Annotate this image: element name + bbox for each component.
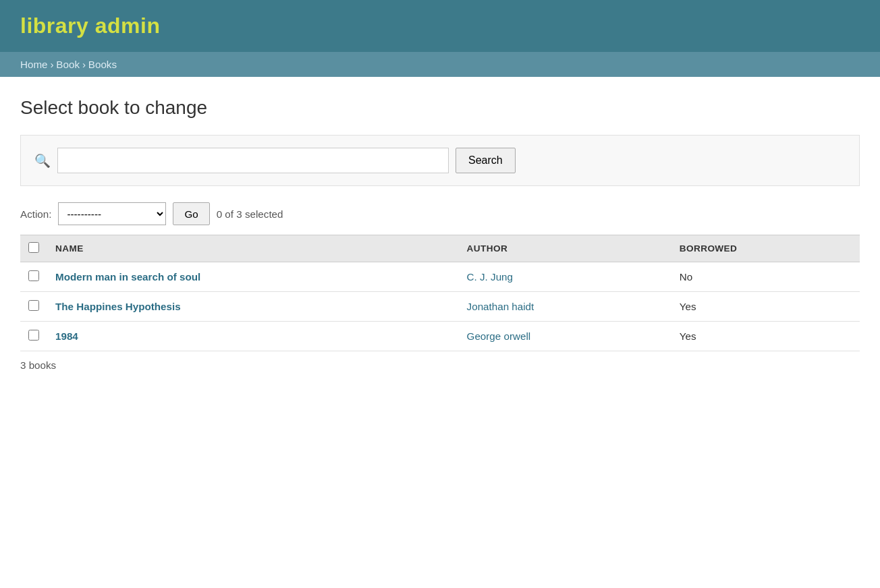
book-author-cell: Jonathan haidt	[459, 292, 671, 322]
book-author-cell: George orwell	[459, 322, 671, 351]
main-content: Select book to change 🔍 Search Action: -…	[0, 77, 880, 391]
action-bar: Action: ---------- Go 0 of 3 selected	[20, 202, 860, 225]
book-name-link[interactable]: The Happines Hypothesis	[55, 301, 181, 312]
row-checkbox-2[interactable]	[28, 330, 39, 341]
select-all-checkbox[interactable]	[28, 242, 39, 253]
table-row: Modern man in search of soulC. J. JungNo	[20, 262, 860, 292]
row-checkbox-0[interactable]	[28, 270, 39, 281]
select-all-header	[20, 235, 47, 262]
book-borrowed-cell: Yes	[671, 292, 860, 322]
breadcrumb-book[interactable]: Book	[56, 59, 80, 70]
books-table: NAME AUTHOR BORROWED Modern man in searc…	[20, 235, 860, 351]
book-author-link[interactable]: George orwell	[467, 330, 531, 342]
row-checkbox-cell	[20, 322, 47, 351]
column-borrowed: BORROWED	[671, 235, 860, 262]
row-checkbox-1[interactable]	[28, 300, 39, 311]
books-count: 3 books	[20, 359, 860, 371]
book-name-cell: 1984	[47, 322, 459, 351]
book-name-cell: Modern man in search of soul	[47, 262, 459, 292]
book-author-cell: C. J. Jung	[459, 262, 671, 292]
breadcrumb-home[interactable]: Home	[20, 59, 48, 70]
row-checkbox-cell	[20, 292, 47, 322]
book-author-link[interactable]: C. J. Jung	[467, 271, 513, 283]
site-header: library admin	[0, 0, 880, 52]
breadcrumb-sep-2: ›	[82, 59, 86, 70]
book-borrowed-cell: No	[671, 262, 860, 292]
table-row: 1984George orwellYes	[20, 322, 860, 351]
book-name-link[interactable]: Modern man in search of soul	[55, 271, 200, 283]
column-author: AUTHOR	[459, 235, 671, 262]
books-tbody: Modern man in search of soulC. J. JungNo…	[20, 262, 860, 351]
search-input[interactable]	[57, 148, 449, 173]
book-name-link[interactable]: 1984	[55, 330, 78, 342]
breadcrumb-books: Books	[88, 59, 117, 70]
breadcrumb: Home › Book › Books	[0, 52, 880, 77]
book-author-link[interactable]: Jonathan haidt	[467, 301, 534, 312]
action-label: Action:	[20, 208, 51, 220]
search-icon: 🔍	[34, 153, 51, 169]
action-select[interactable]: ----------	[58, 202, 166, 225]
column-name: NAME	[47, 235, 459, 262]
search-button[interactable]: Search	[456, 148, 516, 173]
table-row: The Happines HypothesisJonathan haidtYes	[20, 292, 860, 322]
row-checkbox-cell	[20, 262, 47, 292]
go-button[interactable]: Go	[173, 202, 209, 225]
page-title: Select book to change	[20, 97, 860, 119]
search-section: 🔍 Search	[20, 135, 860, 186]
book-name-cell: The Happines Hypothesis	[47, 292, 459, 322]
breadcrumb-sep-1: ›	[50, 59, 53, 70]
table-header-row: NAME AUTHOR BORROWED	[20, 235, 860, 262]
site-title: library admin	[20, 13, 860, 38]
book-borrowed-cell: Yes	[671, 322, 860, 351]
selection-count: 0 of 3 selected	[217, 208, 283, 220]
